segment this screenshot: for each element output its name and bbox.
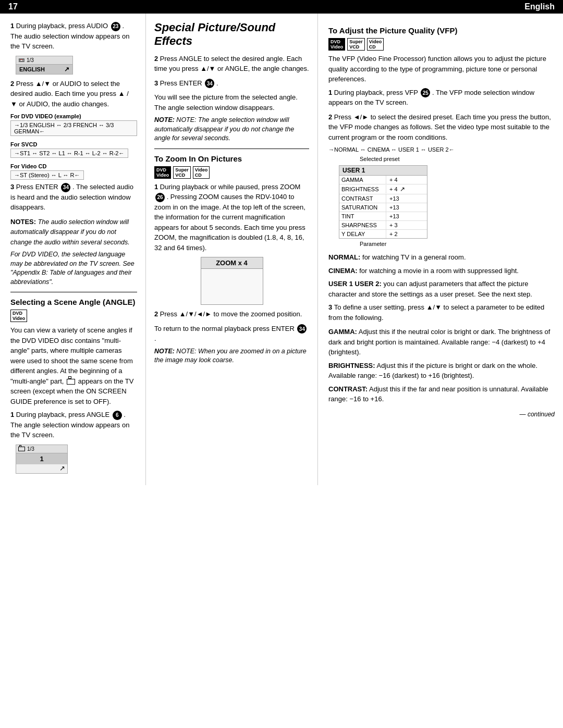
contrast-desc: CONTRAST: Adjust this if the far and nea… — [328, 384, 555, 404]
step3-audio: 3 Press ENTER 34 . The selected audio is… — [10, 182, 137, 213]
angle-body1: You can view a variety of scene angles i… — [10, 325, 137, 406]
divider-zoom — [154, 149, 309, 149]
preset-sequence: →NORMAL ↔ CINEMA ↔ USER 1 ↔ USER 2← — [328, 146, 555, 153]
page-language: English — [524, 2, 555, 11]
dvd-sequence: →1/3 ENGLISH ↔ 2/3 FRENCH ↔ 3/3 GERMAN← — [10, 120, 137, 136]
divider-angle — [10, 292, 137, 292]
main-content: 1 During playback, press AUDIO 23 . The … — [0, 14, 563, 485]
zoom-return-text: To return to the normal playback press E… — [154, 324, 309, 344]
vfp-row-sharpness: SHARPNESS + 3 — [339, 221, 427, 230]
page-header: 17 English — [0, 0, 563, 14]
continued-text: — continued — [328, 410, 555, 419]
vfp-row-saturation: SATURATION +13 — [339, 203, 427, 212]
zoom-badges: DVD Video Super VCD Video CD — [154, 166, 309, 179]
circle-25: 25 — [421, 88, 430, 97]
gamma-desc: GAMMA: Adjust this if the neutral color … — [328, 327, 555, 357]
english-selection-box: 📼 1/3 ENGLISH ↗ — [16, 56, 73, 75]
dvd-example-label: For DVD VIDEO (example) — [10, 113, 137, 119]
videocd-sequence: →ST (Stereo) ↔ L ↔ R← — [10, 170, 84, 180]
circle-26: 26 — [155, 193, 165, 202]
right-column: To Adjust the Picture Quality (VFP) DVD … — [318, 14, 563, 485]
zoom-label: ZOOM x 4 — [201, 257, 263, 268]
angle-box-item: 1 — [16, 453, 67, 464]
zoom-display: ZOOM x 4 — [201, 257, 263, 305]
videocd-label: For Video CD — [10, 163, 137, 169]
angle-selection-box: 1/3 1 ↗ — [16, 445, 68, 474]
normal-desc: NORMAL: for watching TV in a general roo… — [328, 252, 555, 263]
circle-34-audio: 34 — [61, 183, 70, 192]
middle-column: Special Picture/Sound Effects 2 Press AN… — [146, 14, 318, 485]
special-effects-heading: Special Picture/Sound Effects — [154, 21, 309, 48]
step1-audio-text: 1 During playback, press AUDIO 23 . The … — [10, 21, 137, 52]
angle-step1: 1 During playback, press ANGLE 6 . The a… — [10, 410, 137, 440]
user-desc: USER 1 USER 2: you can adjust parameters… — [328, 279, 555, 299]
circle-23: 23 — [111, 22, 120, 31]
left-column: 1 During playback, press AUDIO 23 . The … — [0, 14, 146, 485]
vfp-row-tint: TINT +13 — [339, 212, 427, 221]
step1-audio: 1 During playback, press AUDIO 23 . The … — [10, 21, 137, 52]
zoom-step1: 1 During playback or while paused, press… — [154, 182, 309, 253]
vfp-section-title: To Adjust the Picture Quality (VFP) — [328, 26, 555, 35]
vfp-row-contrast: CONTRAST +13 — [339, 194, 427, 203]
zoom-preview-box — [201, 268, 263, 305]
step3-angle: 3 Press ENTER 34 . — [154, 78, 309, 89]
camera-icon — [67, 379, 75, 385]
vfp-cursor-icon: ↗ — [400, 186, 405, 193]
vfp-parameter-table: USER 1 GAMMA + 4 BRIGHTNESS + 4 ↗ CONTRA… — [339, 165, 427, 239]
cassette-icon: 📼 — [18, 57, 25, 63]
camera-small-icon — [18, 447, 25, 451]
svcd-sequence: →ST1 ↔ ST2 ↔ L1 ↔ R-1 ↔ L-2 ↔ R-2← — [10, 149, 128, 158]
english-item: ENGLISH ↗ — [16, 65, 72, 74]
vfp-step1: 1 During playback, press VFP 25 . The VF… — [328, 88, 555, 108]
angle-note1: You will see the picture from the select… — [154, 92, 309, 113]
vfp-row-gamma: GAMMA + 4 — [339, 176, 427, 184]
angle-section-title: Selecting a Scene Angle (ANGLE) — [10, 298, 137, 306]
cinema-desc: CINEMA: for watching a movie in a room w… — [328, 266, 555, 276]
zoom-step2: 2 Press ▲/▼/◄/► to move the zoomed posit… — [154, 309, 309, 319]
zoom-note: NOTE: NOTE: When you are zoomed in on a … — [154, 347, 309, 365]
notes2-audio: For DVD VIDEO, the selected language may… — [10, 250, 137, 287]
angle-box-header: 1/3 — [16, 445, 67, 453]
brightness-desc: BRIGHTNESS: Adjust this if the picture i… — [328, 361, 555, 381]
step2-angle: 2 Press ANGLE to select the desired angl… — [154, 54, 309, 74]
angle-badges: DVD Video — [10, 310, 137, 322]
vfp-badges: DVD Video Super VCD Video CD — [328, 38, 555, 51]
page-number: 17 — [8, 2, 18, 11]
circle-34-angle: 34 — [205, 79, 214, 88]
angle-cursor: ↗ — [16, 464, 67, 473]
notes-audio: NOTES: The audio selection window will a… — [10, 217, 137, 248]
selection-box-header: 📼 1/3 — [16, 56, 72, 65]
cursor-arrow: ↗ — [64, 66, 69, 73]
svcd-label: For SVCD — [10, 141, 137, 147]
zoom-section-title: To Zoom In On Pictures — [154, 154, 309, 163]
vfp-table-header: USER 1 — [339, 166, 427, 176]
circle-6: 6 — [113, 411, 122, 420]
vfp-intro: The VFP (Video Fine Processor) function … — [328, 54, 555, 84]
circle-34-zoom: 34 — [297, 324, 307, 334]
angle-note-italic: NOTE: NOTE: The angle selection window w… — [154, 116, 309, 143]
parameter-label: Parameter — [360, 241, 555, 247]
vfp-step3: 3 To define a user setting, press ▲/▼ to… — [328, 302, 555, 323]
vfp-step2: 2 Press ◄/► to select the desired preset… — [328, 112, 555, 143]
step2-audio: 2 Press ▲/▼ or AUDIO to select the desir… — [10, 79, 137, 109]
vfp-row-brightness: BRIGHTNESS + 4 ↗ — [339, 184, 427, 194]
vfp-row-ydelay: Y DELAY + 2 — [339, 230, 427, 238]
selected-preset-label: Selected preset — [360, 156, 555, 162]
